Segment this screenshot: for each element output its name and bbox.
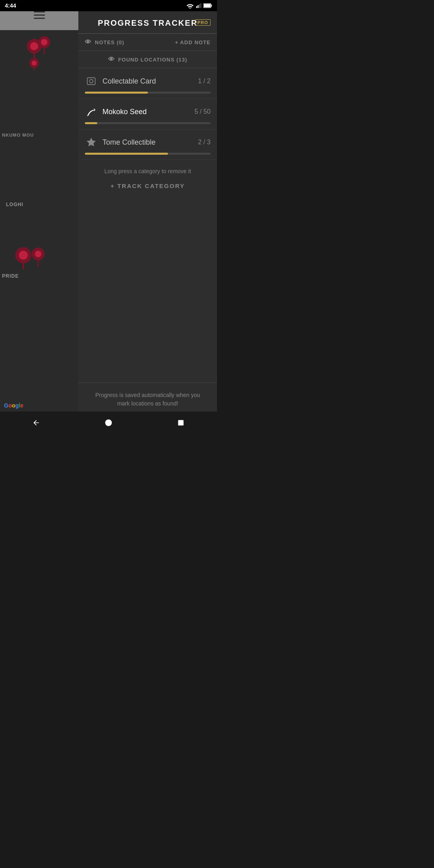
progress-bar-card <box>85 92 211 94</box>
back-button[interactable] <box>28 415 44 431</box>
category-row-card: Collectable Card 1 / 2 <box>85 75 211 88</box>
home-button[interactable] <box>100 415 117 431</box>
svg-rect-6 <box>204 4 211 7</box>
notes-left: 👁 NOTES (0) <box>85 39 124 46</box>
signal-icon <box>196 3 201 8</box>
category-progress-mokoko: 5 / 50 <box>194 108 211 115</box>
svg-point-20 <box>35 251 41 257</box>
hamburger-icon <box>34 11 45 19</box>
category-item-card[interactable]: Collectable Card 1 / 2 <box>78 68 217 99</box>
google-logo: Google <box>4 402 23 409</box>
saved-text: Progress is saved automatically when you… <box>85 391 211 408</box>
svg-marker-24 <box>87 138 96 146</box>
card-icon <box>85 75 98 88</box>
star-icon <box>85 136 98 149</box>
recent-button[interactable] <box>173 415 189 431</box>
wifi-icon <box>186 3 194 8</box>
svg-point-11 <box>41 39 47 45</box>
map-label-pride: PRIDE <box>2 273 19 279</box>
progress-fill-mokoko <box>85 122 97 124</box>
progress-bar-mokoko <box>85 122 211 124</box>
svg-point-25 <box>105 420 112 426</box>
category-name-mokoko: Mokoko Seed <box>102 108 190 116</box>
map-label-nkumo: NKUMO MOU <box>2 133 34 137</box>
seed-icon <box>85 105 98 118</box>
category-item-mokoko[interactable]: Mokoko Seed 5 / 50 <box>78 99 217 129</box>
map-label-loghi: LOGHI <box>6 202 23 207</box>
found-locations-row: 👁 FOUND LOCATIONS (13) <box>78 51 217 68</box>
found-locations-label: FOUND LOCATIONS (13) <box>118 57 187 63</box>
svg-point-17 <box>19 251 28 260</box>
notes-label: NOTES (0) <box>95 39 124 45</box>
svg-point-8 <box>30 42 38 50</box>
found-eye-icon: 👁 <box>108 56 115 63</box>
track-category-button[interactable]: + TRACK CATEGORY <box>78 178 217 197</box>
battery-icon <box>203 3 212 8</box>
category-list: Collectable Card 1 / 2 Mokoko Seed 5 / 5… <box>78 68 217 383</box>
category-progress-card: 1 / 2 <box>198 78 211 85</box>
svg-point-14 <box>32 61 37 66</box>
svg-rect-22 <box>87 78 95 84</box>
panel-header: PROGRESS TRACKER PRO <box>78 11 217 34</box>
progress-panel: PROGRESS TRACKER PRO 👁 NOTES (0) + ADD N… <box>78 11 217 434</box>
progress-bar-tome <box>85 153 211 155</box>
pro-badge: PRO <box>195 19 211 26</box>
status-time: 4:44 <box>5 2 16 9</box>
map-pin-group-top <box>22 34 54 72</box>
svg-rect-5 <box>211 5 212 6</box>
svg-rect-26 <box>178 420 184 426</box>
svg-rect-0 <box>196 6 197 8</box>
svg-rect-2 <box>199 4 200 8</box>
notes-row: 👁 NOTES (0) + ADD NOTE <box>78 34 217 51</box>
svg-rect-3 <box>201 3 201 8</box>
eye-icon: 👁 <box>85 39 92 46</box>
category-name-tome: Tome Collectible <box>102 138 193 147</box>
hint-text: Long press a category to remove it <box>78 160 217 178</box>
panel-title: PROGRESS TRACKER <box>98 18 198 28</box>
category-row-tome: Tome Collectible 2 / 3 <box>85 136 211 149</box>
svg-rect-1 <box>198 5 199 8</box>
progress-fill-tome <box>85 153 168 155</box>
category-progress-tome: 2 / 3 <box>198 139 211 146</box>
add-note-button[interactable]: + ADD NOTE <box>175 39 211 45</box>
progress-fill-card <box>85 92 148 94</box>
svg-point-23 <box>90 80 93 83</box>
category-name-card: Collectable Card <box>102 77 193 86</box>
map-background: NKUMO MOU LOGHI PRIDE Google <box>0 0 78 434</box>
navigation-bar <box>0 411 217 434</box>
status-icons <box>186 3 212 8</box>
category-row-mokoko: Mokoko Seed 5 / 50 <box>85 105 211 118</box>
category-item-tome[interactable]: Tome Collectible 2 / 3 <box>78 129 217 160</box>
status-bar: 4:44 <box>0 0 217 11</box>
